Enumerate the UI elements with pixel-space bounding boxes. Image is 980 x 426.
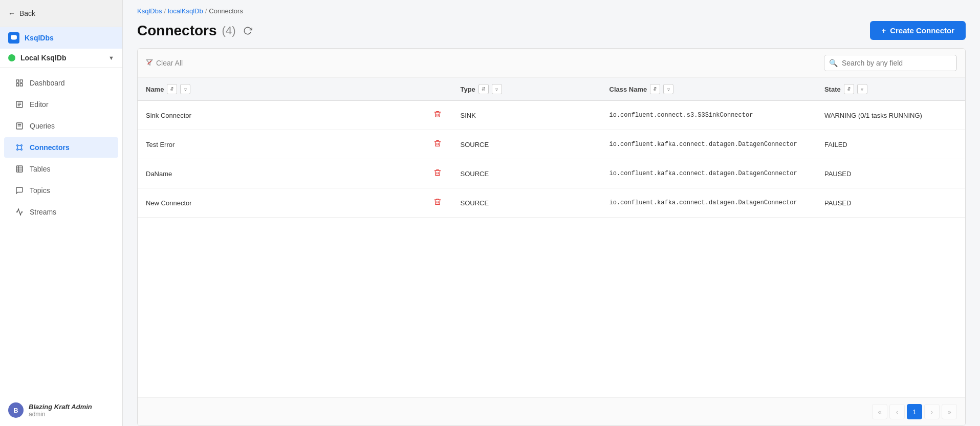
filter-name-button[interactable]: ▿ xyxy=(180,84,190,94)
tables-icon xyxy=(14,164,25,174)
sidebar-item-editor[interactable]: Editor xyxy=(4,94,118,115)
db-item-label: KsqlDbs xyxy=(25,34,54,42)
table-toolbar: Clear All 🔍 xyxy=(138,49,965,78)
pagination-last-button[interactable]: » xyxy=(942,404,957,419)
svg-point-15 xyxy=(21,149,23,151)
sidebar-db-item[interactable]: KsqlDbs xyxy=(0,27,122,49)
svg-point-14 xyxy=(17,149,18,151)
queries-label: Queries xyxy=(30,122,55,130)
filter-clear-icon xyxy=(146,59,153,68)
search-input[interactable] xyxy=(824,55,957,71)
editor-label: Editor xyxy=(30,100,49,109)
svg-rect-4 xyxy=(20,83,23,86)
col-header-type: Type ⇵ ▿ xyxy=(452,78,601,101)
cell-class-1: io.confluent.kafka.connect.datagen.Datag… xyxy=(601,130,816,159)
connector-name-1: Test Error xyxy=(146,141,175,148)
filter-type-button[interactable]: ▿ xyxy=(492,84,502,94)
pagination-page-1-button[interactable]: 1 xyxy=(907,404,922,419)
editor-icon xyxy=(14,99,25,110)
delete-button-1[interactable] xyxy=(431,137,444,152)
sort-name-button[interactable]: ⇵ xyxy=(167,84,177,94)
table-header-row: Name ⇵ ▿ Type ⇵ ▿ xyxy=(138,78,965,101)
cell-state-2: PAUSED xyxy=(816,159,965,188)
create-connector-button[interactable]: + Create Connector xyxy=(870,21,966,40)
create-connector-label: Create Connector xyxy=(890,26,954,35)
cell-name-2: DaName xyxy=(138,159,452,188)
cell-type-3: SOURCE xyxy=(452,188,601,218)
col-header-class: Class Name ⇵ ▿ xyxy=(601,78,816,101)
back-arrow-icon: ← xyxy=(8,9,15,17)
sidebar-local-ksqldb[interactable]: Local KsqlDb ▼ xyxy=(0,49,122,68)
breadcrumb-ksqldbs[interactable]: KsqlDbs xyxy=(137,7,162,15)
cell-type-1: SOURCE xyxy=(452,130,601,159)
sidebar-item-dashboard[interactable]: Dashboard xyxy=(4,73,118,93)
svg-rect-3 xyxy=(16,83,19,86)
sort-type-button[interactable]: ⇵ xyxy=(478,84,489,94)
sidebar-footer: B Blazing Kraft Admin admin xyxy=(0,394,122,426)
cell-name-1: Test Error xyxy=(138,130,452,159)
breadcrumb-connectors: Connectors xyxy=(209,7,243,15)
svg-point-12 xyxy=(17,145,18,146)
page-header: Connectors (4) + Create Connector xyxy=(123,17,980,48)
svg-line-25 xyxy=(148,60,151,64)
col-header-name: Name ⇵ ▿ xyxy=(138,78,452,101)
sidebar-item-tables[interactable]: Tables xyxy=(4,159,118,179)
user-role: admin xyxy=(29,411,92,418)
cell-state-1: FAILED xyxy=(816,130,965,159)
filter-class-button[interactable]: ▿ xyxy=(663,84,673,94)
filter-state-button[interactable]: ▿ xyxy=(857,84,867,94)
queries-icon xyxy=(14,121,25,131)
cell-state-3: PAUSED xyxy=(816,188,965,218)
svg-rect-20 xyxy=(16,166,23,172)
connectors-table: Name ⇵ ▿ Type ⇵ ▿ xyxy=(138,78,965,218)
sidebar-item-streams[interactable]: Streams xyxy=(4,202,118,222)
refresh-button[interactable] xyxy=(241,24,255,38)
topics-icon xyxy=(14,185,25,196)
delete-button-2[interactable] xyxy=(431,166,444,181)
sidebar: ← Back KsqlDbs Local KsqlDb ▼ Dashboard … xyxy=(0,0,123,426)
cell-type-2: SOURCE xyxy=(452,159,601,188)
tables-label: Tables xyxy=(30,165,50,173)
user-info: Blazing Kraft Admin admin xyxy=(29,403,92,418)
search-wrap: 🔍 xyxy=(824,55,957,71)
pagination-first-button[interactable]: « xyxy=(872,404,887,419)
table-row: Test Error SOURCE io.confluent.kafka.con… xyxy=(138,130,965,159)
svg-rect-1 xyxy=(16,80,19,82)
breadcrumb-local[interactable]: localKsqlDb xyxy=(168,7,203,15)
sidebar-item-topics[interactable]: Topics xyxy=(4,180,118,201)
connectors-icon xyxy=(14,142,25,153)
delete-button-0[interactable] xyxy=(431,108,444,122)
cell-name-3: New Connector xyxy=(138,188,452,218)
pagination-prev-button[interactable]: ‹ xyxy=(889,404,905,419)
clear-all-button[interactable]: Clear All xyxy=(146,59,183,68)
cell-name-0: Sink Connector xyxy=(138,101,452,130)
streams-label: Streams xyxy=(30,208,56,216)
svg-point-13 xyxy=(21,145,23,146)
table-body: Sink Connector SINK io.confluent.connect… xyxy=(138,101,965,218)
chevron-down-icon: ▼ xyxy=(108,55,114,61)
connector-name-3: New Connector xyxy=(146,199,192,207)
status-dot xyxy=(8,54,15,61)
pagination-next-button[interactable]: › xyxy=(924,404,940,419)
sort-state-button[interactable]: ⇵ xyxy=(844,84,854,94)
local-label: Local KsqlDb xyxy=(20,54,103,62)
page-title-row: Connectors (4) xyxy=(137,23,255,39)
cell-type-0: SINK xyxy=(452,101,601,130)
page-title: Connectors xyxy=(137,23,217,39)
sort-class-button[interactable]: ⇵ xyxy=(650,84,660,94)
back-label: Back xyxy=(19,9,35,17)
delete-button-3[interactable] xyxy=(431,196,444,210)
topics-label: Topics xyxy=(30,186,50,195)
col-header-state: State ⇵ ▿ xyxy=(816,78,965,101)
back-button[interactable]: ← Back xyxy=(0,0,122,27)
table-row: New Connector SOURCE io.confluent.kafka.… xyxy=(138,188,965,218)
search-icon: 🔍 xyxy=(829,59,838,67)
breadcrumb: KsqlDbs / localKsqlDb / Connectors xyxy=(123,0,980,17)
sidebar-item-queries[interactable]: Queries xyxy=(4,116,118,136)
sidebar-item-connectors[interactable]: Connectors xyxy=(4,137,118,158)
db-icon xyxy=(8,32,19,44)
main-content: KsqlDbs / localKsqlDb / Connectors Conne… xyxy=(123,0,980,426)
connector-name-0: Sink Connector xyxy=(146,112,191,119)
cell-class-3: io.confluent.kafka.connect.datagen.Datag… xyxy=(601,188,816,218)
sidebar-nav: Dashboard Editor Queries Connectors Tabl… xyxy=(0,68,122,394)
